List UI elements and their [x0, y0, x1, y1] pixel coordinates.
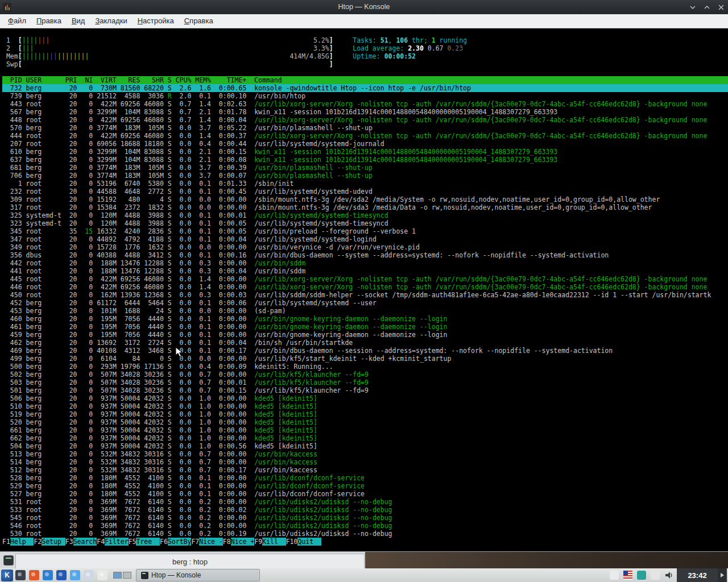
process-row-443[interactable]: 443 root 20 0 422M 69256 46080 S 0.7 1.4…: [2, 100, 728, 108]
maximize-button[interactable]: [702, 2, 712, 12]
process-row-459[interactable]: 459 berg 20 0 195M 7056 4440 S 0.0 0.1 0…: [2, 331, 728, 339]
menu-file[interactable]: Файл: [3, 14, 31, 28]
process-row-739[interactable]: 739 berg 20 0 21512 4588 3036 R 2.0 0.1 …: [2, 92, 728, 100]
process-row-503[interactable]: 503 berg 20 0 507M 34028 30236 S 0.0 0.7…: [2, 379, 728, 386]
menu-edit[interactable]: Правка: [31, 14, 67, 28]
process-row-610[interactable]: 610 berg 20 0 3299M 104M 83088 S 0.0 2.1…: [2, 148, 728, 156]
process-row-570[interactable]: 570 berg 20 0 3774M 183M 105M S 0.0 3.7 …: [2, 124, 728, 132]
process-row-462[interactable]: 462 berg 20 0 13692 3172 2724 S 0.0 0.1 …: [2, 339, 728, 347]
network-icon[interactable]: [637, 571, 646, 580]
mail-icon[interactable]: [84, 570, 94, 580]
process-row-519[interactable]: 519 berg 20 0 937M 50004 42032 S 0.0 1.0…: [2, 410, 728, 418]
close-button[interactable]: [716, 2, 726, 12]
process-row-546[interactable]: 546 root 20 0 369M 7672 6140 S 0.0 0.2 0…: [2, 522, 728, 530]
pager-desktop-1[interactable]: [113, 572, 122, 579]
fkey-f10[interactable]: F10Quit: [286, 538, 321, 546]
process-row-502[interactable]: 502 berg 20 0 507M 34028 30236 S 0.0 0.7…: [2, 371, 728, 379]
fkey-f9[interactable]: F9Kill: [254, 538, 286, 546]
klipper-icon[interactable]: [610, 571, 619, 580]
process-row-531[interactable]: 531 root 20 0 369M 7672 6140 S 0.0 0.2 0…: [2, 498, 728, 506]
process-row-530[interactable]: 530 root 20 0 369M 7672 6140 S 0.0 0.2 0…: [2, 530, 728, 538]
kickoff-launcher-icon[interactable]: K: [1, 569, 13, 581]
fkey-f4[interactable]: F4Filter: [97, 538, 128, 546]
volume-icon[interactable]: [664, 571, 673, 580]
process-row-520[interactable]: 520 berg 20 0 937M 50004 42032 S 0.0 1.0…: [2, 418, 728, 426]
konqueror-icon[interactable]: [56, 570, 67, 580]
menu-help[interactable]: Справка: [179, 14, 218, 28]
process-row-446[interactable]: 446 root 20 0 422M 69256 46080 S 0.0 1.4…: [2, 283, 728, 291]
fkey-f2[interactable]: F2Setup: [34, 538, 65, 546]
process-row-527[interactable]: 527 berg 20 0 180M 4552 4100 S 0.0 0.1 0…: [2, 490, 728, 498]
fkey-f7[interactable]: F7Nice -: [191, 538, 222, 546]
process-row-207[interactable]: 207 root 20 0 69056 18688 18180 S 0.0 0.…: [2, 140, 728, 148]
process-row-732[interactable]: 732 berg 20 0 730M 81560 68220 S 2.6 1.6…: [2, 84, 728, 92]
process-row-460[interactable]: 460 berg 20 0 195M 7056 4440 S 0.0 0.1 0…: [2, 315, 728, 323]
pager-desktop-2[interactable]: [123, 572, 131, 579]
process-row-317[interactable]: 317 root 20 0 15384 2372 1832 S 0.0 0.0 …: [2, 203, 728, 211]
process-row-661[interactable]: 661 berg 20 0 937M 50004 42032 S 0.0 1.0…: [2, 426, 728, 434]
process-row-510[interactable]: 510 berg 20 0 937M 50004 42032 S 0.0 1.0…: [2, 402, 728, 410]
process-row-567[interactable]: 567 berg 20 0 3299M 104M 83088 S 0.7 2.1…: [2, 108, 728, 116]
process-row-450[interactable]: 450 root 20 0 162M 13936 12368 S 0.0 0.3…: [2, 291, 728, 299]
firefox-icon[interactable]: [29, 570, 39, 580]
process-row-232[interactable]: 232 root 20 0 44588 4648 2772 S 0.0 0.1 …: [2, 188, 728, 196]
process-row-442[interactable]: 442 root 20 0 188M 13476 12288 S 0.0 0.3…: [2, 259, 728, 267]
process-row-504[interactable]: 504 berg 20 0 937M 50004 42032 S 0.0 1.0…: [2, 442, 728, 450]
process-row-514[interactable]: 514 berg 20 0 532M 34832 30316 S 0.0 0.7…: [2, 458, 728, 466]
process-row-533[interactable]: 533 root 20 0 369M 7672 6140 S 0.0 0.2 0…: [2, 506, 728, 514]
process-row-356[interactable]: 356 dbus 20 0 40388 4488 3412 S 0.0 0.1 …: [2, 251, 728, 259]
system-settings-icon[interactable]: [15, 570, 26, 580]
process-row-448[interactable]: 448 root 20 0 422M 69256 46080 S 0.7 1.4…: [2, 116, 728, 124]
process-row-506[interactable]: 506 berg 20 0 937M 50004 42032 S 0.0 1.0…: [2, 394, 728, 402]
fkey-f6[interactable]: F6SortBy: [160, 538, 191, 546]
keyboard-layout-flag-icon[interactable]: [623, 571, 632, 580]
process-row-1[interactable]: 1 root 20 0 53196 6740 5380 S 0.0 0.1 0:…: [2, 180, 728, 188]
process-row-325[interactable]: 325 systemd-t 20 0 120M 4488 3988 S 0.0 …: [2, 211, 728, 219]
editor-icon[interactable]: [97, 570, 107, 580]
process-table-header[interactable]: PID USER PRI NI VIRT RES SHR S CPU% MEM%…: [2, 76, 728, 84]
process-row-662[interactable]: 662 berg 20 0 937M 50004 42032 S 0.0 1.0…: [2, 434, 728, 442]
process-row-469[interactable]: 469 berg 20 0 40108 4312 3468 S 0.0 0.1 …: [2, 347, 728, 355]
fkey-f8[interactable]: F8Nice +: [223, 538, 254, 546]
panel-hide-arrow-icon[interactable]: [718, 568, 727, 582]
menu-view[interactable]: Вид: [67, 14, 90, 28]
process-row-500[interactable]: 500 berg 20 0 293M 19796 17136 S 0.0 0.4…: [2, 363, 728, 371]
process-row-681[interactable]: 681 berg 20 0 3774M 183M 105M S 0.0 3.7 …: [2, 164, 728, 172]
session-tab[interactable]: berg : htop: [15, 554, 365, 569]
fkey-f5[interactable]: F5Tree: [129, 538, 160, 546]
menu-settings[interactable]: Настройка: [133, 14, 179, 28]
process-row-309[interactable]: 309 root 20 0 15192 480 4 S 0.0 0.0 0:00…: [2, 196, 728, 203]
virtual-desktop-pager[interactable]: [113, 572, 131, 579]
process-row-499[interactable]: 499 berg 20 0 6104 84 0 S 0.0 0.0 0:00.0…: [2, 355, 728, 363]
process-state: S: [168, 386, 172, 394]
process-row-349[interactable]: 349 root 20 0 15728 1776 1632 S 0.0 0.0 …: [2, 243, 728, 251]
process-row-347[interactable]: 347 root 20 0 44892 4792 4188 S 0.0 0.1 …: [2, 235, 728, 243]
process-row-453[interactable]: 453 berg 20 0 101M 1688 24 S 0.0 0.0 0:0…: [2, 307, 728, 315]
process-row-501[interactable]: 501 berg 20 0 507M 34028 30236 S 0.0 0.7…: [2, 386, 728, 394]
menu-bookmarks[interactable]: Закладки: [90, 14, 132, 28]
process-row-513[interactable]: 513 berg 20 0 532M 34832 30316 S 0.0 0.7…: [2, 450, 728, 458]
process-row-445[interactable]: 445 root 20 0 422M 69256 46080 S 0.0 1.4…: [2, 275, 728, 283]
process-row-512[interactable]: 512 berg 20 0 532M 34832 30316 S 0.0 0.7…: [2, 466, 728, 474]
process-row-461[interactable]: 461 berg 20 0 195M 7056 4440 S 0.0 0.1 0…: [2, 323, 728, 331]
process-row-323[interactable]: 323 systemd-t 20 0 120M 4488 3988 S 0.0 …: [2, 219, 728, 227]
process-row-706[interactable]: 706 berg 20 0 3774M 183M 105M S 0.0 3.7 …: [2, 172, 728, 180]
process-row-528[interactable]: 528 berg 20 0 180M 4552 4100 S 0.0 0.1 0…: [2, 474, 728, 482]
web-browser-globe-icon[interactable]: [43, 570, 53, 580]
process-row-637[interactable]: 637 berg 20 0 3299M 104M 83088 S 0.0 2.1…: [2, 156, 728, 164]
process-row-441[interactable]: 441 root 20 0 188M 13476 12288 S 0.0 0.3…: [2, 267, 728, 275]
process-row-345[interactable]: 345 root 35 15 16332 4240 2836 S 0.0 0.1…: [2, 227, 728, 235]
process-row-444[interactable]: 444 root 20 0 422M 69256 46080 S 0.0 1.4…: [2, 132, 728, 140]
process-row-529[interactable]: 529 berg 20 0 180M 4552 4100 S 0.0 0.1 0…: [2, 482, 728, 490]
terminal-tab-icon[interactable]: [3, 555, 14, 566]
minimize-button[interactable]: [688, 2, 697, 12]
task-button-konsole[interactable]: Htop — Konsole: [136, 569, 260, 581]
process-row-452[interactable]: 452 berg 20 0 61172 6444 5464 S 0.0 0.1 …: [2, 299, 728, 307]
fkey-f1[interactable]: F1Help: [2, 538, 34, 546]
fkey-f3[interactable]: F3Search: [65, 538, 97, 546]
clock[interactable]: 23:42: [677, 568, 718, 582]
notes-icon[interactable]: [651, 571, 660, 580]
process-row-545[interactable]: 545 root 20 0 369M 7672 6140 S 0.0 0.2 0…: [2, 514, 728, 522]
process-mem-fields: 369M 7672 6140: [93, 522, 168, 530]
dolphin-icon[interactable]: [70, 570, 80, 580]
